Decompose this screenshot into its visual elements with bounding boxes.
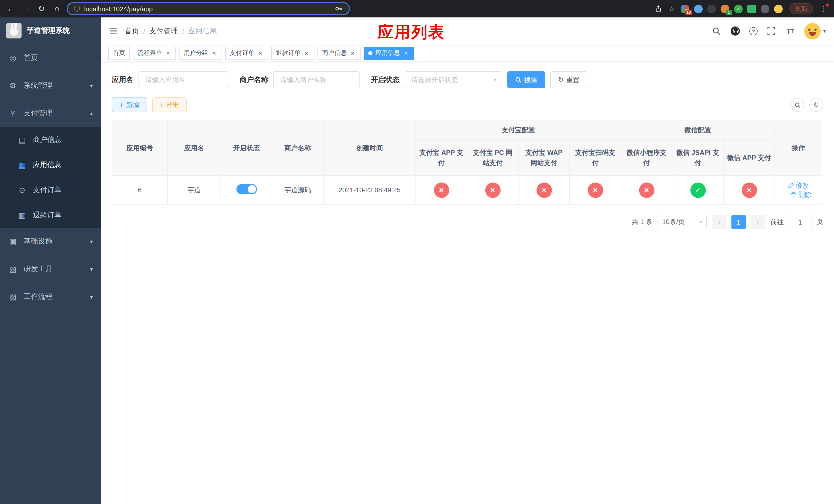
refresh-icon: ↻ [558, 76, 564, 84]
edit-button[interactable]: 修改 [788, 181, 809, 190]
browser-update-button[interactable]: 更新 [789, 3, 813, 14]
devtools-icon: ▧ [8, 265, 18, 274]
puzzle-extension-icon[interactable] [761, 4, 769, 13]
cell-wechat-mini [621, 176, 672, 204]
next-page-button[interactable]: › [751, 215, 765, 229]
sidebar-item-pay-order[interactable]: ⊙ 支付订单 [0, 177, 101, 203]
download-icon: ↓ [160, 101, 163, 109]
browser-home-icon[interactable]: ⌂ [51, 3, 63, 14]
tab-pay-order[interactable]: 支付订单 × [225, 46, 268, 60]
browser-forward-icon[interactable]: → [21, 3, 32, 14]
sidebar-item-merchant-info[interactable]: ▤ 商户信息 [0, 127, 101, 152]
export-button[interactable]: ↓ 导出 [152, 97, 187, 112]
emoji-extension-icon[interactable] [774, 4, 783, 13]
status-toggle[interactable] [236, 184, 257, 194]
pagination: 共 1 条 10条/页 ▾ ‹ 1 › 前往 页 [112, 215, 823, 229]
fullscreen-icon[interactable] [766, 26, 776, 36]
tags-view: 首页 流程表单 × 用户分组 × 支付订单 × 退款订单 × [101, 45, 834, 62]
cell-status [221, 176, 272, 204]
hamburger-icon[interactable]: ☰ [109, 25, 117, 37]
pagination-total: 共 1 条 [632, 217, 653, 227]
col-alipay-wap: 支付宝 WAP 网站支付 [518, 140, 570, 176]
search-icon[interactable] [711, 26, 722, 36]
reset-button[interactable]: ↻ 重置 [550, 71, 587, 88]
close-icon[interactable]: × [164, 50, 171, 56]
delete-button[interactable]: 删除 [790, 190, 811, 199]
col-alipay-qr: 支付宝扫码支付 [570, 140, 621, 176]
extension-check-icon[interactable]: ✓ [734, 4, 743, 13]
sidebar-item-system[interactable]: ⚙ 系统管理 ▾ [0, 72, 101, 99]
close-icon[interactable]: × [403, 50, 409, 56]
main-area: ☰ 首页 / 支付管理 / 应用信息 应用列表 ? [101, 18, 834, 504]
extension-chat-icon[interactable] [747, 4, 756, 13]
search-button[interactable]: 搜索 [507, 71, 545, 88]
browser-back-icon[interactable]: ← [5, 3, 16, 14]
font-size-icon[interactable]: TT [785, 26, 795, 36]
extension-blue-icon[interactable] [694, 4, 703, 13]
infra-icon: ▣ [8, 237, 18, 246]
sidebar-item-infra[interactable]: ▣ 基础设施 ▾ [0, 228, 101, 255]
sidebar-item-workflow[interactable]: ▨ 工作流程 ▾ [0, 283, 101, 311]
sidebar-item-refund-order[interactable]: ▥ 退款订单 [0, 203, 101, 228]
extension-dark-icon[interactable] [707, 4, 716, 13]
tab-process-form[interactable]: 流程表单 × [133, 46, 176, 60]
close-icon[interactable]: × [303, 50, 310, 56]
status-select[interactable]: 请选择开启状态 ▾ [405, 71, 502, 88]
merchant-name-input[interactable] [273, 71, 359, 88]
tab-app-info[interactable]: 应用信息 × [364, 46, 414, 60]
tab-merchant-info[interactable]: 商户信息 × [317, 46, 360, 60]
add-button-label: 新增 [126, 100, 139, 110]
cell-wechat-app [723, 176, 775, 204]
close-icon[interactable]: × [257, 50, 264, 56]
sidebar-item-home[interactable]: ◎ 首页 [0, 44, 101, 72]
browser-extensions-area: ☆ 10 1 ✓ 更新 ⋮ [654, 3, 829, 14]
share-icon[interactable] [654, 4, 663, 13]
goto-page-input[interactable] [789, 215, 811, 229]
col-alipay-pc: 支付宝 PC 网站支付 [467, 140, 518, 176]
site-info-icon[interactable]: ⓘ [74, 4, 80, 13]
browser-toolbar: ← → ↻ ⌂ ⓘ localhost:1024/pay/app ☆ 10 1 [0, 0, 834, 18]
tab-refund-order[interactable]: 退款订单 × [271, 46, 314, 60]
col-wechat-jsapi: 微信 JSAPI 支付 [672, 140, 723, 176]
toggle-search-button[interactable] [790, 98, 804, 112]
bookmark-star-icon[interactable]: ☆ [667, 4, 676, 13]
page-number-button[interactable]: 1 [731, 215, 746, 229]
app-name-input[interactable] [138, 71, 228, 88]
chevron-down-icon: ▾ [90, 294, 93, 300]
profile-extension-icon[interactable]: 1 [721, 4, 729, 13]
table-row: 6 芋道 芋道源码 2021-10-23 08:49:25 [112, 176, 822, 204]
page-content: 应用名 商户名称 开启状态 请选择开启状态 ▾ 搜索 ↻ 重 [101, 62, 834, 504]
tab-home[interactable]: 首页 [108, 46, 130, 60]
refresh-table-button[interactable]: ↻ [809, 98, 823, 112]
browser-menu-icon[interactable]: ⋮ [818, 5, 829, 13]
close-icon[interactable]: × [211, 50, 218, 56]
sidebar-item-label: 系统管理 [24, 81, 52, 90]
edit-label: 修改 [795, 181, 809, 190]
user-menu[interactable]: ▾ [804, 23, 826, 39]
browser-reload-icon[interactable]: ↻ [36, 3, 47, 14]
extension-grid-icon[interactable]: 10 [681, 4, 689, 13]
sidebar-item-app-info[interactable]: ▦ 应用信息 [0, 152, 101, 177]
github-icon[interactable] [730, 26, 741, 36]
address-bar[interactable]: ⓘ localhost:1024/pay/app [67, 2, 350, 15]
breadcrumb: 首页 / 支付管理 / 应用信息 [125, 26, 217, 36]
breadcrumb-payment[interactable]: 支付管理 [149, 26, 178, 36]
close-icon[interactable]: × [349, 50, 356, 56]
sidebar-item-devtools[interactable]: ▧ 研发工具 ▾ [0, 255, 101, 283]
page-size-select[interactable]: 10条/页 ▾ [658, 215, 707, 229]
sidebar-item-label: 应用信息 [33, 160, 62, 169]
status-cross-icon [588, 182, 603, 198]
col-status: 开启状态 [221, 121, 272, 176]
status-cross-icon [536, 182, 552, 198]
prev-page-button[interactable]: ‹ [712, 215, 726, 229]
sidebar-item-payment[interactable]: ¥ 支付管理 ▴ [0, 99, 101, 127]
add-button[interactable]: + 新增 [112, 97, 147, 112]
sidebar-item-label: 支付订单 [33, 185, 62, 194]
password-key-icon[interactable] [334, 4, 343, 13]
tab-user-group[interactable]: 用户分组 × [179, 46, 222, 60]
sidebar-logo[interactable]: 芋道管理系统 [0, 18, 101, 44]
breadcrumb-home[interactable]: 首页 [125, 26, 139, 36]
plus-icon: + [119, 101, 123, 109]
help-icon[interactable]: ? [749, 27, 758, 35]
url-text[interactable]: localhost:1024/pay/app [84, 5, 153, 13]
